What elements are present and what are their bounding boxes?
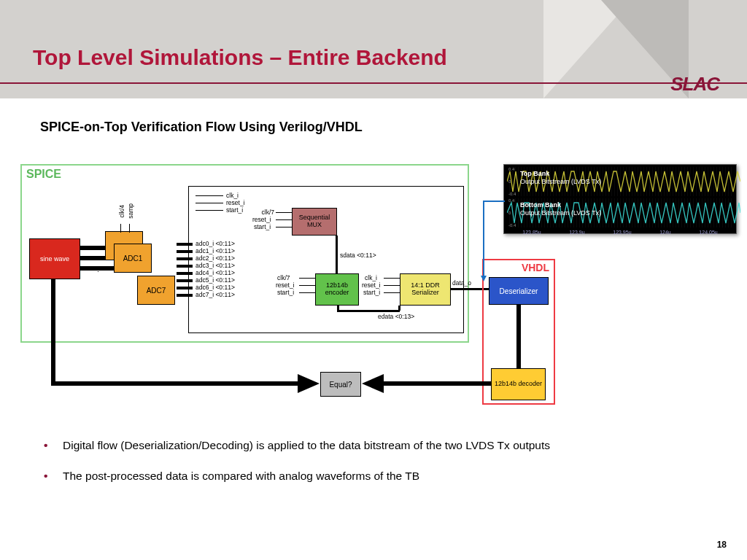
wire (196, 195, 223, 196)
wire (398, 306, 400, 311)
wire (384, 278, 400, 279)
wire (384, 292, 400, 293)
start-i-label-3: start_i (277, 289, 294, 296)
callout-arrow-head-icon (481, 276, 487, 281)
page-subtitle: SPICE-on-Top Verification Flow Using Ver… (40, 120, 363, 135)
adc7-block: ADC7 (137, 276, 175, 305)
clk7-label-2: clk/7 (277, 274, 290, 281)
page-title: Top Level Simulations – Entire Backend (33, 45, 447, 70)
sdata-label: sdata <0:11> (340, 252, 376, 259)
start-i-label: start_i (226, 206, 243, 214)
adc5-label: adc5_i <0:11> (196, 276, 235, 284)
wire (177, 279, 193, 282)
wire (196, 203, 223, 203)
deserializer-block: Deserializer (489, 277, 549, 305)
wire (516, 305, 521, 368)
data-o-label: data_o (452, 279, 471, 287)
slac-logo: SLAC (670, 73, 719, 96)
callout-arrow (483, 201, 505, 202)
sine-wave-block: sine wave (29, 238, 80, 279)
wire (276, 227, 292, 228)
spice-label: SPICE (26, 168, 61, 181)
bullet-list: • Digital flow (Deserialization/Decoding… (44, 439, 718, 500)
wire (196, 210, 223, 211)
bullet-text: Digital flow (Deserialization/Decoding) … (63, 439, 550, 452)
clk7-label: clk/7 (254, 209, 274, 216)
adc7-label: adc7_i <0:11> (196, 291, 235, 298)
arrow-left-icon (362, 374, 384, 393)
wire (51, 381, 299, 386)
wire (337, 306, 339, 311)
wire (384, 285, 400, 286)
bullet-item: • The post-processed data is compared wi… (44, 470, 718, 483)
clk4-label: clk/4 (118, 205, 125, 217)
start-i-label-4: start_i (363, 289, 380, 296)
wire (177, 272, 193, 275)
wire (276, 212, 292, 213)
wire (120, 224, 121, 233)
bullet-item: • Digital flow (Deserialization/Decoding… (44, 439, 718, 452)
wire (51, 279, 55, 383)
wire (177, 257, 193, 260)
bullet-dot-icon: • (44, 439, 63, 452)
wire (177, 294, 193, 297)
clk-i-label: clk_i (226, 192, 239, 199)
adc3-label: adc3_i <0:11> (196, 262, 235, 269)
top-bank-label: Top BankOutput Bitstream (LVDS Tx) (520, 170, 601, 186)
edata-label: edata <0:13> (378, 313, 414, 320)
verification-flow-diagram: SPICE sine wave ADC1 ADC7 ⋮ clk/4 samp c… (20, 164, 557, 408)
wire (299, 278, 315, 279)
wire (177, 250, 193, 253)
reset-i-label-2: reset_i (252, 216, 271, 223)
ddr-serializer-block: 14:1 DDR Serializer (400, 273, 451, 306)
start-i-label-2: start_i (254, 223, 271, 230)
title-underline (0, 82, 747, 84)
adc2-label: adc2_i <0:11> (196, 254, 235, 262)
waveform-panel: 0.40-0.4 Top BankOutput Bitstream (LVDS … (503, 164, 737, 234)
adc1-label: adc1_i <0:11> (196, 247, 235, 254)
reset-i-label-4: reset_i (362, 281, 381, 289)
page-number: 18 (717, 540, 727, 550)
sine-wave-text: sine wave (40, 255, 69, 262)
bottom-bank-label: Bottom BankOutput Bitstream (LVDS Tx) (520, 201, 601, 217)
adc4-label: adc4_i <0:11> (196, 269, 235, 276)
wire (177, 243, 193, 246)
wire (336, 236, 338, 273)
samp-label: samp (127, 203, 134, 219)
waveform-top-bank: 0.40-0.4 Top BankOutput Bitstream (LVDS … (507, 167, 733, 196)
wire (337, 310, 400, 312)
wire (276, 219, 292, 220)
encoder-block: 12b14b encoder (315, 273, 359, 306)
reset-i-label-3: reset_i (276, 281, 295, 289)
adc0-label: adc0_i <0:11> (196, 240, 235, 247)
wire (80, 256, 107, 260)
wire (384, 381, 492, 386)
ellipsis-dots: ⋮ (95, 266, 101, 273)
callout-arrow (483, 201, 484, 277)
adc6-label: adc6_i <0:11> (196, 284, 235, 291)
wire (80, 246, 107, 250)
waveform-bottom-bank: 0.40-0.4 Bottom BankOutput Bitstream (LV… (507, 198, 733, 228)
clk-i-label-2: clk_i (365, 274, 377, 281)
reset-i-label: reset_i (226, 199, 245, 206)
waveform-x-axis: 123.85u 123.9u 123.95u 124u 124.05u (504, 230, 736, 235)
sequential-mux-block: Sequential MUX (292, 208, 337, 236)
bullet-dot-icon: • (44, 470, 63, 483)
equal-compare-block: Equal? (320, 372, 361, 397)
wire (299, 285, 315, 286)
wire (177, 265, 193, 268)
decoder-block: 12b14b decoder (491, 368, 546, 400)
wire (299, 292, 315, 293)
bullet-text: The post-processed data is compared with… (63, 470, 419, 483)
wire (177, 287, 193, 289)
adc1-block: ADC1 (114, 244, 152, 273)
arrow-right-icon (298, 374, 320, 393)
vhdl-label: VHDL (522, 262, 549, 273)
wire (129, 224, 130, 233)
